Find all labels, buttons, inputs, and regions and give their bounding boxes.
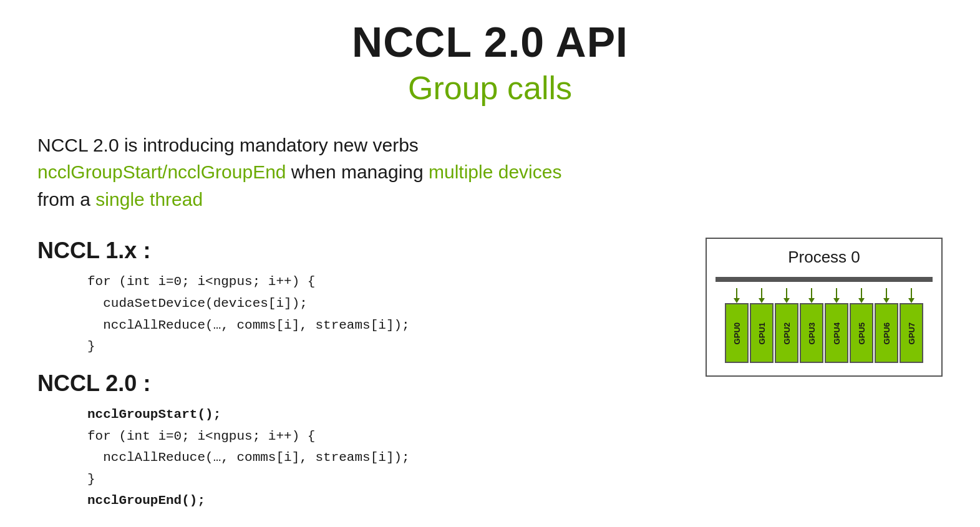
intro-single-thread: single thread — [95, 189, 203, 210]
gpu-box-2: GPU2 — [775, 303, 798, 363]
main-title: NCCL 2.0 API — [37, 19, 943, 65]
gpu-label-2: GPU2 — [782, 322, 792, 344]
title-section: NCCL 2.0 API Group calls — [37, 19, 943, 107]
gpu-item-3: GPU3 — [800, 288, 823, 363]
gpu-arrow-3 — [808, 288, 815, 303]
gpu-arrow-6 — [883, 288, 890, 303]
gpu-arrow-7 — [908, 288, 915, 303]
nccl1-line-1: for (int i=0; i<ngpus; i++) { — [87, 271, 599, 293]
diagram-top-bar — [716, 277, 933, 282]
nccl1-line-4: } — [87, 336, 599, 358]
gpu-label-4: GPU4 — [832, 322, 842, 344]
gpu-label-3: GPU3 — [807, 322, 817, 344]
nccl2-code: ncclGroupStart(); for (int i=0; i<ngpus;… — [87, 404, 599, 512]
right-diagram: Process 0 GPU0GPU1GPU2GPU3GPU4GPU5GPU6GP… — [706, 238, 943, 377]
nccl2-header: NCCL 2.0 : — [37, 370, 599, 397]
intro-text-before: NCCL 2.0 is introducing mandatory new ve… — [37, 135, 419, 155]
gpu-box-6: GPU6 — [875, 303, 898, 363]
gpu-item-1: GPU1 — [750, 288, 774, 363]
gpu-item-2: GPU2 — [775, 288, 798, 363]
gpu-item-6: GPU6 — [875, 288, 898, 363]
gpu-label-1: GPU1 — [757, 322, 767, 344]
intro-multiple-devices: multiple devices — [429, 162, 561, 182]
left-content: NCCL 1.x : for (int i=0; i<ngpus; i++) {… — [37, 231, 599, 525]
gpu-arrow-4 — [833, 288, 840, 303]
nccl1-header: NCCL 1.x : — [37, 238, 599, 264]
gpu-label-6: GPU6 — [882, 322, 891, 344]
nccl1-code: for (int i=0; i<ngpus; i++) { cudaSetDev… — [87, 271, 599, 358]
intro-group-verbs: ncclGroupStart/ncclGroupEnd — [37, 162, 286, 182]
gpu-box-7: GPU7 — [900, 303, 923, 363]
gpu-label-5: GPU5 — [857, 322, 866, 344]
nccl2-line-2: for (int i=0; i<ngpus; i++) { — [87, 426, 599, 448]
gpu-box-5: GPU5 — [850, 303, 873, 363]
gpu-item-5: GPU5 — [850, 288, 873, 363]
gpu-arrow-0 — [734, 288, 740, 303]
nccl1-line-3: ncclAllReduce(…, comms[i], streams[i]); — [87, 315, 599, 337]
intro-text-middle: when managing — [286, 162, 429, 182]
gpu-arrow-5 — [858, 288, 865, 303]
nccl2-section: NCCL 2.0 : ncclGroupStart(); for (int i=… — [37, 370, 599, 512]
page: NCCL 2.0 API Group calls NCCL 2.0 is int… — [0, 0, 980, 527]
gpu-box-0: GPU0 — [725, 303, 749, 363]
gpu-box-4: GPU4 — [825, 303, 848, 363]
gpu-label-0: GPU0 — [732, 322, 742, 344]
gpu-arrow-2 — [784, 288, 790, 303]
gpu-item-0: GPU0 — [725, 288, 749, 363]
gpu-item-4: GPU4 — [825, 288, 848, 363]
nccl2-line-4: } — [87, 469, 599, 491]
intro-text: NCCL 2.0 is introducing mandatory new ve… — [37, 132, 599, 213]
process-label: Process 0 — [716, 248, 933, 267]
nccl2-line-1: ncclGroupStart(); — [87, 404, 599, 426]
diagram-container: Process 0 GPU0GPU1GPU2GPU3GPU4GPU5GPU6GP… — [706, 238, 943, 377]
gpu-label-7: GPU7 — [907, 322, 916, 344]
gpu-arrow-1 — [759, 288, 765, 303]
nccl2-line-5: ncclGroupEnd(); — [87, 490, 599, 512]
gpu-item-7: GPU7 — [900, 288, 923, 363]
gpu-row: GPU0GPU1GPU2GPU3GPU4GPU5GPU6GPU7 — [716, 282, 933, 363]
gpu-box-1: GPU1 — [750, 303, 774, 363]
content-area: NCCL 1.x : for (int i=0; i<ngpus; i++) {… — [37, 231, 943, 525]
subtitle: Group calls — [37, 69, 943, 107]
nccl1-line-2: cudaSetDevice(devices[i]); — [87, 293, 599, 315]
nccl2-line-3: ncclAllReduce(…, comms[i], streams[i]); — [87, 447, 599, 469]
gpu-box-3: GPU3 — [800, 303, 823, 363]
intro-text-after: from a — [37, 189, 95, 210]
